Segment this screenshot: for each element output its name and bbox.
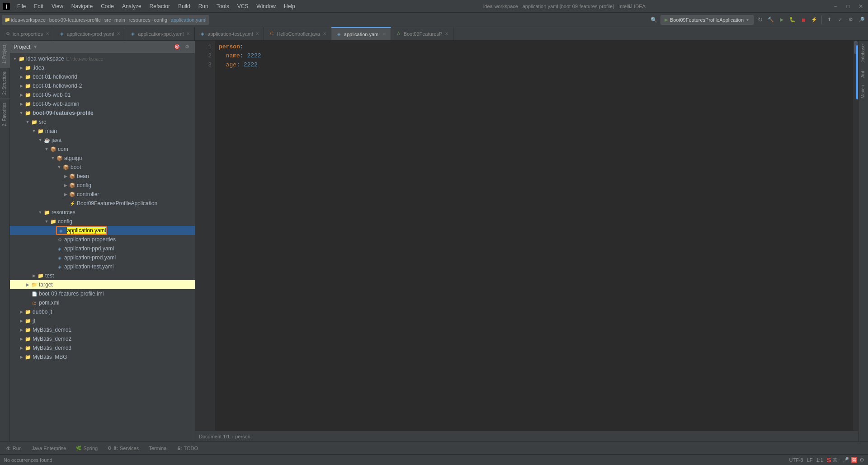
- java-enterprise-tab[interactable]: Java Enterprise: [27, 445, 71, 452]
- tree-item-java[interactable]: ▼ ☕ java: [10, 136, 195, 145]
- menu-run[interactable]: Run: [195, 2, 212, 10]
- tree-item-iml[interactable]: 📄 boot-09-features-profile.iml: [10, 289, 195, 298]
- tree-item-application-yaml[interactable]: ◈ application.yaml: [10, 226, 195, 235]
- settings-gear-icon[interactable]: ⚙: [183, 43, 191, 51]
- project-tool-button[interactable]: 1: Project: [0, 41, 10, 67]
- expand-arrow-com[interactable]: ▼: [43, 147, 50, 151]
- menu-view[interactable]: View: [48, 2, 67, 10]
- tree-item-mybatis-demo2[interactable]: ▶ 📁 MyBatis_demo2: [10, 334, 195, 343]
- minimize-button[interactable]: −: [830, 2, 841, 11]
- tab-application-yaml[interactable]: ◈ application.yaml ✕: [331, 27, 391, 40]
- tab-close-test[interactable]: ✕: [255, 31, 259, 36]
- tab-application-prod-yaml[interactable]: ◈ application-prod.yaml ✕: [54, 27, 126, 40]
- database-tool-button[interactable]: Database: [859, 41, 868, 67]
- tree-item-com[interactable]: ▼ 📦 com: [10, 145, 195, 154]
- menu-edit[interactable]: Edit: [30, 2, 47, 10]
- expand-arrow-src[interactable]: ▼: [24, 120, 31, 124]
- expand-arrow-boot-pkg[interactable]: ▼: [56, 165, 62, 169]
- menu-build[interactable]: Build: [175, 2, 194, 10]
- tree-item-application-test[interactable]: ◈ application-test.yaml: [10, 262, 195, 271]
- tree-item-mybatis-demo3[interactable]: ▶ 📁 MyBatis_demo3: [10, 343, 195, 352]
- expand-arrow-mybatis-mbg[interactable]: ▶: [18, 355, 24, 359]
- expand-arrow-controller[interactable]: ▶: [62, 192, 69, 197]
- tab-close-prod[interactable]: ✕: [117, 31, 120, 36]
- expand-arrow-idea[interactable]: ▶: [18, 66, 24, 70]
- profile-button[interactable]: ⚡: [810, 15, 819, 24]
- tree-item-src[interactable]: ▼ 📁 src: [10, 117, 195, 127]
- expand-arrow-boot01-2[interactable]: ▶: [18, 84, 24, 88]
- tab-close-ppd[interactable]: ✕: [186, 31, 190, 36]
- tree-item-dubbo-jt[interactable]: ▶ 📁 dubbo-jt: [10, 307, 195, 316]
- maximize-button[interactable]: □: [843, 2, 854, 11]
- tab-ion-properties[interactable]: ⚙ ion.properties ✕: [0, 27, 54, 40]
- expand-arrow-bean[interactable]: ▶: [62, 174, 69, 178]
- tree-item-boot05-web01[interactable]: ▶ 📁 boot-05-web-01: [10, 90, 195, 99]
- maven-tool-button[interactable]: Maven: [859, 81, 868, 102]
- tree-item-config-dir[interactable]: ▼ 📁 config: [10, 217, 195, 226]
- menu-navigate[interactable]: Navigate: [68, 2, 96, 10]
- spring-tab[interactable]: 🌿 Spring: [71, 445, 102, 452]
- menu-vcs[interactable]: VCS: [234, 2, 252, 10]
- tab-application-ppd-yaml[interactable]: ◈ application-ppd.yaml ✕: [125, 27, 195, 40]
- refresh-button[interactable]: ↻: [755, 15, 764, 24]
- favorites-tool-button[interactable]: 2: Favorites: [0, 99, 10, 130]
- tree-item-boot09-app[interactable]: ⚡ Boot09FeaturesProfileApplication: [10, 199, 195, 208]
- tree-item-resources[interactable]: ▼ 📁 resources: [10, 208, 195, 217]
- tab-hello-controller[interactable]: C HelloController.java ✕: [264, 27, 331, 40]
- tree-item-config-pkg[interactable]: ▶ 📦 config: [10, 181, 195, 190]
- expand-arrow-target[interactable]: ▶: [24, 282, 31, 287]
- search-everywhere-button[interactable]: 🔍: [650, 15, 659, 24]
- menu-code[interactable]: Code: [97, 2, 118, 10]
- expand-arrow-dubbo-jt[interactable]: ▶: [18, 310, 24, 314]
- menu-help[interactable]: Help: [280, 2, 299, 10]
- menu-file[interactable]: File: [14, 2, 29, 10]
- tree-item-mybatis-mbg[interactable]: ▶ 📁 MyBatis_MBG: [10, 352, 195, 362]
- expand-arrow-jt[interactable]: ▶: [18, 319, 24, 323]
- expand-arrow-boot05-web01[interactable]: ▶: [18, 93, 24, 97]
- tree-item-boot05-admin[interactable]: ▶ 📁 boot-05-web-admin: [10, 99, 195, 108]
- search-action-button[interactable]: 🔎: [857, 15, 866, 24]
- tree-item-main[interactable]: ▼ 📁 main: [10, 127, 195, 136]
- tree-item-application-props[interactable]: ⚙ application.properties: [10, 235, 195, 244]
- tree-item-boot-pkg[interactable]: ▼ 📦 boot: [10, 163, 195, 172]
- tree-item-idea[interactable]: ▶ 📁 .idea: [10, 63, 195, 72]
- expand-arrow-main[interactable]: ▼: [31, 129, 37, 133]
- tree-item-boot09[interactable]: ▼ 📁 boot-09-features-profile: [10, 108, 195, 117]
- stop-button[interactable]: ⏹: [799, 15, 808, 24]
- run-config-selector[interactable]: ▶ Boot09FeaturesProfileApplication ▼: [660, 15, 754, 25]
- menu-refactor[interactable]: Refactor: [146, 2, 174, 10]
- tree-item-boot01-2[interactable]: ▶ 📁 boot-01-helloworld-2: [10, 81, 195, 90]
- build-button[interactable]: 🔨: [766, 15, 775, 24]
- todo-tab[interactable]: 6: TODO: [173, 445, 203, 452]
- tree-item-mybatis-demo1[interactable]: ▶ 📁 MyBatis_demo1: [10, 325, 195, 334]
- tab-close-boot09[interactable]: ✕: [445, 31, 448, 36]
- tree-item-atguigu[interactable]: ▼ 📦 atguigu: [10, 154, 195, 163]
- close-button[interactable]: ✕: [855, 2, 866, 11]
- expand-arrow-mybatis-demo3[interactable]: ▶: [18, 346, 24, 350]
- expand-arrow-boot01[interactable]: ▶: [18, 75, 24, 79]
- tab-close-ion[interactable]: ✕: [46, 31, 49, 36]
- tree-item-application-prod[interactable]: ◈ application-prod.yaml: [10, 253, 195, 262]
- tree-item-jt[interactable]: ▶ 📁 jt: [10, 316, 195, 325]
- tab-application-test-yaml[interactable]: ◈ application-test.yaml ✕: [195, 27, 264, 40]
- tab-close-hello[interactable]: ✕: [323, 31, 326, 36]
- expand-arrow-config-pkg[interactable]: ▶: [62, 183, 69, 188]
- expand-arrow-resources[interactable]: ▼: [37, 210, 43, 215]
- tree-item-root[interactable]: ▼ 📁 idea-workspace E:\idea-workspace: [10, 54, 195, 63]
- menu-analyze[interactable]: Analyze: [118, 2, 145, 10]
- vcs-update-button[interactable]: ⬆: [825, 15, 834, 24]
- tree-item-test-dir[interactable]: ▶ 📁 test: [10, 271, 195, 280]
- settings-button[interactable]: ⚙: [846, 15, 855, 24]
- run-tab[interactable]: 4: Run: [2, 445, 26, 452]
- expand-arrow-test-dir[interactable]: ▶: [31, 273, 37, 278]
- expand-arrow-config-dir[interactable]: ▼: [43, 219, 50, 224]
- services-tab[interactable]: ⚙ 8: Services: [103, 445, 143, 452]
- project-path[interactable]: 📁 idea-workspace › boot-09-features-prof…: [2, 15, 209, 25]
- tree-item-pom[interactable]: 🗂 pom.xml: [10, 298, 195, 307]
- tree-item-bean[interactable]: ▶ 📦 bean: [10, 172, 195, 181]
- expand-arrow-boot05-admin[interactable]: ▶: [18, 102, 24, 106]
- expand-arrow-java[interactable]: ▼: [37, 138, 43, 142]
- structure-tool-button[interactable]: 2: Structure: [0, 67, 10, 99]
- tree-item-target[interactable]: ▶ 📁 target: [10, 280, 195, 289]
- expand-arrow-boot09[interactable]: ▼: [18, 111, 24, 115]
